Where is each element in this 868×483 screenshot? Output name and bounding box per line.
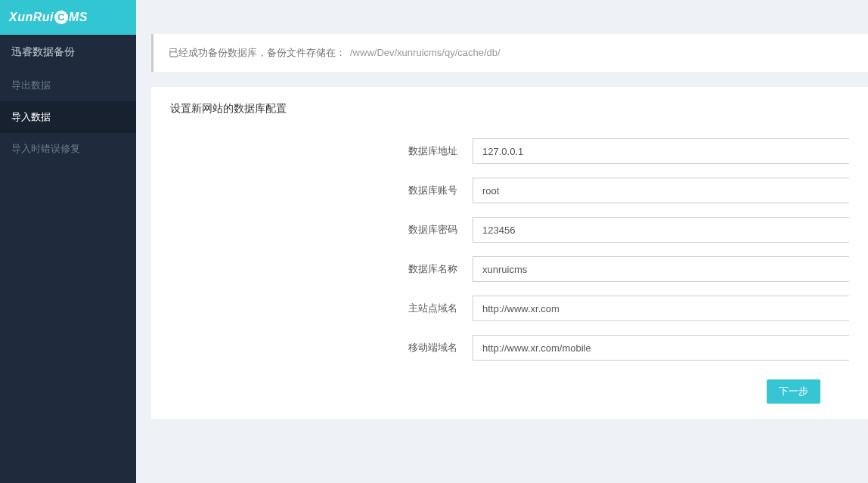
input-db-user[interactable] [473, 178, 849, 203]
form-row-db-pass: 数据库密码 [170, 217, 849, 243]
label-mobile-domain: 移动端域名 [170, 341, 473, 355]
logo-post: MS [69, 11, 88, 23]
label-db-host: 数据库地址 [170, 144, 473, 158]
logo: XunRuiCMS [0, 0, 136, 35]
form-row-db-user: 数据库账号 [170, 178, 849, 203]
actions: 下一步 [170, 379, 849, 404]
input-mobile-domain[interactable] [473, 335, 849, 361]
menu-title: 迅睿数据备份 [0, 35, 136, 70]
panel-title: 设置新网站的数据库配置 [170, 102, 849, 116]
alert-text: 已经成功备份数据库，备份文件存储在： [169, 47, 346, 58]
sidebar: XunRuiCMS 迅睿数据备份 导出数据 导入数据 导入时错误修复 [0, 0, 136, 483]
form-row-main-domain: 主站点域名 [170, 296, 849, 321]
panel-db-config: 设置新网站的数据库配置 数据库地址 数据库账号 数据库密码 数据库名称 [151, 87, 868, 419]
alert-path: /www/Dev/xunruicms/qy/cache/db/ [350, 47, 501, 58]
sidebar-item-export[interactable]: 导出数据 [0, 70, 136, 101]
logo-text: XunRuiCMS [9, 11, 88, 25]
label-db-name: 数据库名称 [170, 262, 473, 276]
form-row-db-host: 数据库地址 [170, 138, 849, 164]
input-db-host[interactable] [473, 138, 849, 164]
layout: XunRuiCMS 迅睿数据备份 导出数据 导入数据 导入时错误修复 已经成功备… [0, 0, 868, 483]
logo-pre: XunRui [9, 11, 54, 23]
sidebar-item-import[interactable]: 导入数据 [0, 101, 136, 133]
input-db-name[interactable] [473, 256, 849, 282]
label-db-pass: 数据库密码 [170, 223, 473, 237]
next-button[interactable]: 下一步 [767, 379, 820, 404]
sidebar-item-error-fix[interactable]: 导入时错误修复 [0, 133, 136, 165]
form-row-mobile-domain: 移动端域名 [170, 335, 849, 361]
label-db-user: 数据库账号 [170, 184, 473, 197]
logo-circle-icon: C [54, 11, 68, 24]
form-row-db-name: 数据库名称 [170, 256, 849, 282]
input-main-domain[interactable] [473, 296, 849, 321]
alert-success: 已经成功备份数据库，备份文件存储在：/www/Dev/xunruicms/qy/… [151, 34, 868, 72]
input-db-pass[interactable] [473, 217, 849, 243]
main-content: 已经成功备份数据库，备份文件存储在：/www/Dev/xunruicms/qy/… [136, 0, 868, 483]
label-main-domain: 主站点域名 [170, 302, 473, 315]
